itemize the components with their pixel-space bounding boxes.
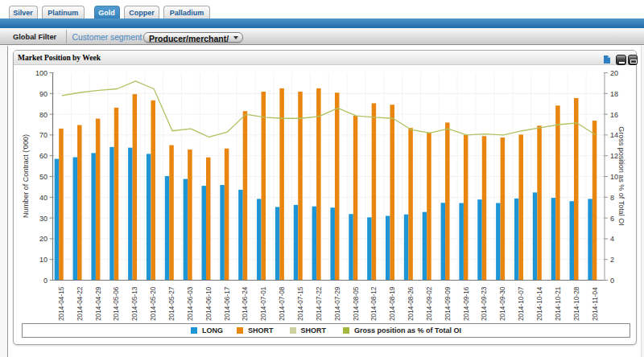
svg-text:0: 0 (43, 277, 47, 285)
svg-text:2014-08-05: 2014-08-05 (352, 286, 360, 321)
svg-text:2014-06-17: 2014-06-17 (223, 286, 231, 321)
svg-text:2014-06-03: 2014-06-03 (186, 286, 194, 321)
svg-text:2014-06-10: 2014-06-10 (204, 286, 213, 321)
svg-text:2: 2 (610, 256, 614, 264)
svg-text:2014-10-14: 2014-10-14 (535, 286, 543, 321)
svg-text:2014-11-04: 2014-11-04 (591, 287, 599, 321)
svg-text:50: 50 (39, 173, 47, 181)
svg-text:90: 90 (39, 90, 47, 98)
svg-text:20: 20 (39, 235, 47, 243)
svg-text:2014-09-02: 2014-09-02 (425, 286, 433, 321)
svg-text:2014-04-15: 2014-04-15 (57, 286, 65, 321)
svg-text:4: 4 (610, 235, 614, 243)
svg-text:2014-09-30: 2014-09-30 (498, 286, 506, 321)
svg-text:2014-07-08: 2014-07-08 (278, 286, 286, 321)
svg-text:2014-07-29: 2014-07-29 (333, 286, 341, 321)
svg-text:2014-06-24: 2014-06-24 (241, 286, 249, 321)
svg-text:2014-05-06: 2014-05-06 (112, 286, 120, 321)
svg-text:2014-08-26: 2014-08-26 (407, 286, 415, 321)
svg-text:2014-07-15: 2014-07-15 (296, 286, 304, 321)
svg-text:2014-09-09: 2014-09-09 (444, 286, 452, 321)
svg-text:2014-04-29: 2014-04-29 (94, 286, 102, 321)
svg-text:2014-10-21: 2014-10-21 (554, 286, 562, 321)
svg-text:2014-08-12: 2014-08-12 (369, 286, 378, 321)
svg-text:80: 80 (39, 111, 47, 119)
svg-text:2014-09-16: 2014-09-16 (462, 286, 470, 321)
svg-text:2014-07-22: 2014-07-22 (315, 286, 323, 321)
svg-text:0: 0 (610, 277, 614, 285)
svg-text:40: 40 (39, 194, 47, 202)
svg-text:20: 20 (610, 69, 618, 77)
svg-text:60: 60 (39, 152, 47, 160)
svg-text:2014-10-28: 2014-10-28 (572, 286, 580, 321)
svg-text:70: 70 (39, 131, 47, 139)
svg-text:18: 18 (610, 90, 618, 98)
svg-text:2014-10-07: 2014-10-07 (517, 286, 525, 321)
svg-text:16: 16 (610, 111, 618, 119)
svg-text:10: 10 (610, 173, 618, 181)
svg-text:6: 6 (610, 215, 614, 223)
svg-text:Gross position as % of Total O: Gross position as % of Total OI (617, 126, 625, 225)
svg-text:8: 8 (610, 194, 614, 202)
svg-text:Number of Contract ('000): Number of Contract ('000) (22, 134, 30, 218)
svg-text:14: 14 (610, 131, 618, 139)
svg-text:12: 12 (610, 152, 618, 160)
svg-text:2014-05-20: 2014-05-20 (149, 286, 157, 321)
svg-text:2014-09-23: 2014-09-23 (480, 286, 488, 321)
svg-text:100: 100 (35, 69, 47, 77)
svg-text:2014-05-13: 2014-05-13 (130, 286, 138, 321)
svg-text:2014-08-19: 2014-08-19 (388, 286, 396, 321)
svg-text:2014-04-22: 2014-04-22 (76, 286, 84, 321)
svg-text:10: 10 (39, 256, 47, 264)
svg-text:2014-05-27: 2014-05-27 (167, 286, 175, 321)
svg-text:2014-07-01: 2014-07-01 (259, 286, 267, 321)
svg-text:30: 30 (39, 215, 47, 223)
